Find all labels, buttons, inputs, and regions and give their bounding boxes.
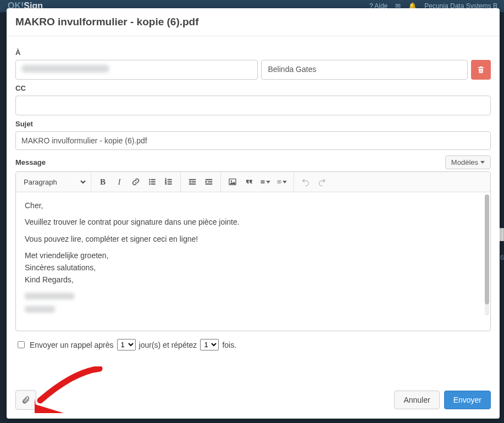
reminder-row: Envoyer un rappel après 1 jour(s) et rép… bbox=[15, 339, 491, 350]
to-name-input[interactable]: Belinda Gates bbox=[261, 60, 468, 80]
reminder-days-select[interactable]: 1 bbox=[117, 339, 136, 350]
redacted-text bbox=[25, 306, 55, 313]
send-document-modal: MAKRO invulformulier - kopie (6).pdf À B… bbox=[7, 8, 500, 419]
body-signature: Met vriendelijke groeten, bbox=[25, 250, 481, 261]
body-line: Vous pouvez lire, compléter et signer ce… bbox=[25, 233, 481, 244]
chevron-down-icon bbox=[283, 181, 287, 183]
table-button[interactable] bbox=[257, 172, 274, 192]
redacted-email bbox=[21, 65, 109, 73]
cc-input[interactable] bbox=[15, 96, 491, 115]
media-button[interactable] bbox=[274, 172, 290, 192]
chevron-down-icon bbox=[480, 161, 485, 164]
reminder-suffix: fois. bbox=[222, 341, 236, 349]
outdent-icon bbox=[188, 177, 197, 186]
svg-point-7 bbox=[231, 181, 232, 182]
svg-rect-8 bbox=[261, 180, 264, 183]
indent-icon bbox=[204, 177, 213, 186]
redacted-text bbox=[25, 293, 74, 299]
svg-point-1 bbox=[149, 181, 150, 182]
outdent-button[interactable] bbox=[184, 172, 201, 192]
chevron-down-icon bbox=[266, 181, 270, 183]
media-icon bbox=[277, 177, 281, 186]
svg-point-0 bbox=[149, 179, 150, 180]
body-greeting: Cher, bbox=[25, 200, 481, 211]
editor-scrollbar-thumb[interactable] bbox=[485, 194, 489, 304]
editor-toolbar: Paragraph B I 123 bbox=[16, 172, 490, 192]
modal-title: MAKRO invulformulier - kopie (6).pdf bbox=[15, 16, 491, 28]
link-button[interactable] bbox=[128, 172, 144, 192]
svg-text:3: 3 bbox=[165, 182, 167, 185]
message-editor: Paragraph B I 123 bbox=[15, 171, 491, 331]
modal-header: MAKRO invulformulier - kopie (6).pdf bbox=[7, 8, 500, 36]
bold-button[interactable]: B bbox=[95, 172, 111, 192]
remove-recipient-button[interactable] bbox=[471, 60, 491, 80]
svg-point-2 bbox=[149, 183, 150, 185]
image-icon bbox=[228, 177, 237, 186]
body-signature: Kind Regards, bbox=[25, 274, 481, 285]
numbered-list-icon: 123 bbox=[164, 177, 173, 186]
message-label: Message bbox=[15, 158, 46, 166]
link-icon bbox=[131, 177, 140, 186]
format-select[interactable]: Paragraph bbox=[16, 173, 87, 191]
cancel-button[interactable]: Annuler bbox=[394, 391, 439, 409]
background-scrollbar bbox=[499, 228, 504, 241]
modal-footer: Annuler Envoyer bbox=[7, 382, 500, 419]
quote-button[interactable] bbox=[241, 172, 257, 192]
paperclip-icon bbox=[21, 396, 30, 404]
reminder-prefix: Envoyer un rappel après bbox=[30, 341, 114, 349]
italic-button[interactable]: I bbox=[111, 172, 128, 192]
redo-button[interactable] bbox=[314, 172, 330, 192]
to-row: Belinda Gates bbox=[15, 60, 491, 80]
background-number: 6 bbox=[500, 254, 504, 261]
bullet-list-icon bbox=[148, 177, 157, 186]
templates-button[interactable]: Modèles bbox=[445, 155, 491, 169]
bullet-list-button[interactable] bbox=[144, 172, 160, 192]
reminder-checkbox[interactable] bbox=[18, 341, 25, 348]
subject-input[interactable] bbox=[15, 131, 491, 150]
quote-icon bbox=[245, 177, 253, 186]
modal-body: À Belinda Gates CC Sujet Message Modèles bbox=[7, 36, 500, 382]
body-line: Veuillez trouver le contrat pour signatu… bbox=[25, 216, 481, 227]
subject-label: Sujet bbox=[15, 120, 491, 128]
numbered-list-button[interactable]: 123 bbox=[160, 172, 177, 192]
undo-button[interactable] bbox=[297, 172, 314, 192]
send-button[interactable]: Envoyer bbox=[444, 391, 491, 409]
image-button[interactable] bbox=[224, 172, 241, 192]
attach-file-button[interactable] bbox=[15, 390, 36, 410]
undo-icon bbox=[301, 177, 310, 186]
to-label: À bbox=[15, 48, 491, 57]
redo-icon bbox=[318, 177, 326, 186]
editor-content[interactable]: Cher, Veuillez trouver le contrat pour s… bbox=[16, 192, 490, 331]
reminder-times-select[interactable]: 1 bbox=[200, 339, 219, 350]
body-signature: Sincères salutations, bbox=[25, 262, 481, 273]
cc-label: CC bbox=[15, 84, 491, 92]
trash-icon bbox=[477, 65, 485, 74]
reminder-mid: jour(s) et répétez bbox=[139, 341, 197, 349]
indent-button[interactable] bbox=[201, 172, 217, 192]
table-icon bbox=[261, 177, 265, 186]
to-email-input[interactable] bbox=[15, 60, 258, 80]
